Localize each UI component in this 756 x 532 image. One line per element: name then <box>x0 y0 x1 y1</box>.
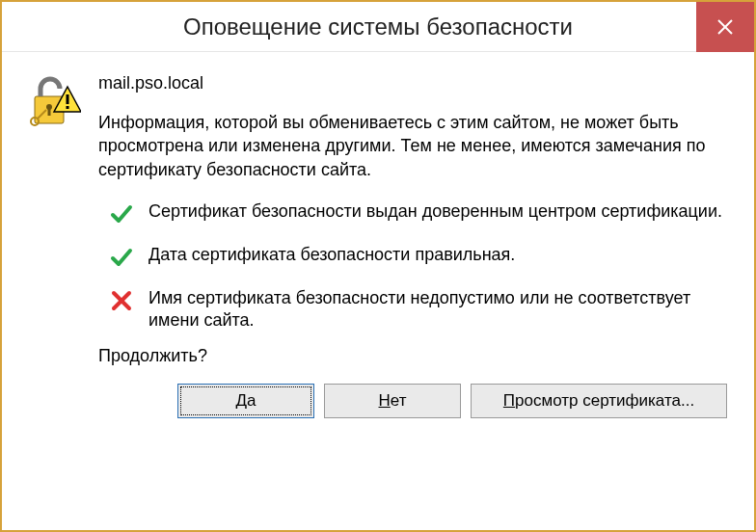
check-item-date: Дата сертификата безопасности правильная… <box>110 244 727 274</box>
text-column: mail.pso.local Информация, которой вы об… <box>98 73 727 418</box>
check-item-issuer: Сертификат безопасности выдан доверенным… <box>110 200 727 230</box>
checkmark-icon <box>110 246 133 274</box>
title-bar: Оповещение системы безопасности <box>2 2 754 52</box>
close-icon <box>716 18 734 36</box>
checkmark-icon <box>110 202 133 230</box>
security-lock-warning-icon <box>29 73 81 418</box>
continue-prompt: Продолжить? <box>98 346 727 366</box>
button-label-rest: ет <box>391 391 407 410</box>
certificate-checks: Сертификат безопасности выдан доверенным… <box>110 200 727 332</box>
svg-rect-6 <box>67 106 69 109</box>
no-button[interactable]: Нет <box>324 384 461 418</box>
check-text: Имя сертификата безопасности недопустимо… <box>148 287 727 332</box>
window-title: Оповещение системы безопасности <box>2 13 696 40</box>
check-text: Дата сертификата безопасности правильная… <box>148 244 727 266</box>
yes-button[interactable]: Да <box>177 384 314 418</box>
cross-icon <box>110 289 133 317</box>
close-button[interactable] <box>696 2 754 52</box>
check-item-name: Имя сертификата безопасности недопустимо… <box>110 287 727 332</box>
dialog-body: mail.pso.local Информация, которой вы об… <box>2 52 754 530</box>
dialog-window: Оповещение системы безопасности <box>0 0 756 532</box>
site-hostname: mail.pso.local <box>98 73 727 93</box>
check-text: Сертификат безопасности выдан доверенным… <box>148 200 727 223</box>
button-label-rest: а <box>247 391 256 410</box>
button-accelerator: Н <box>379 391 391 410</box>
info-paragraph: Информация, которой вы обмениваетесь с э… <box>98 111 727 181</box>
button-accelerator: Д <box>236 391 248 410</box>
button-label-rest: росмотр сертификата... <box>515 391 694 410</box>
svg-rect-5 <box>67 94 69 104</box>
content-row: mail.pso.local Информация, которой вы об… <box>29 73 727 418</box>
button-row: Да Нет Просмотр сертификата... <box>98 384 727 418</box>
view-certificate-button[interactable]: Просмотр сертификата... <box>471 384 727 418</box>
svg-rect-4 <box>48 108 51 116</box>
button-accelerator: П <box>503 391 515 410</box>
